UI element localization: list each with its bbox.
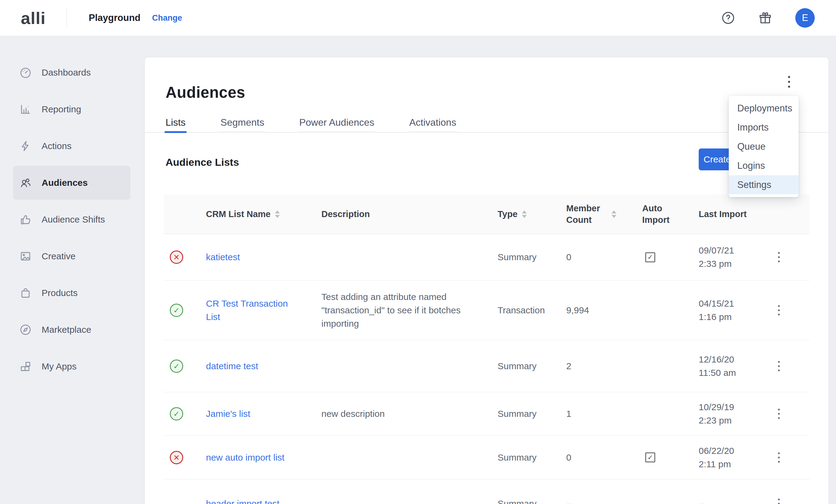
row-kebab-menu-button[interactable] [772, 405, 786, 422]
tab-segments[interactable]: Segments [221, 112, 264, 132]
tab-activations[interactable]: Activations [409, 112, 456, 132]
sidebar-item-audiences[interactable]: Audiences [13, 166, 130, 200]
tab-power-audiences[interactable]: Power Audiences [299, 112, 374, 132]
menu-item-imports[interactable]: Imports [729, 118, 799, 137]
success-status-icon: ✓ [170, 360, 183, 373]
bar-chart-icon [19, 103, 32, 116]
list-name-link[interactable]: katietest [206, 252, 240, 262]
list-name-link[interactable]: CR Test Transaction List [206, 298, 288, 322]
gift-icon[interactable] [758, 11, 772, 25]
column-header-member-count[interactable]: Member Count [566, 202, 642, 226]
list-name-link[interactable]: header import test [206, 499, 280, 504]
status-cell: ✓ [164, 304, 206, 317]
tab-lists[interactable]: Lists [166, 112, 186, 132]
error-status-icon: ✕ [170, 251, 183, 264]
last-import-cell: 06/22/202:11 pm [699, 444, 772, 471]
tab-bar: ListsSegmentsPower AudiencesActivations [145, 113, 829, 133]
sidebar-item-marketplace[interactable]: Marketplace [13, 313, 130, 347]
type-cell: Summary [498, 497, 566, 504]
success-status-icon: ✓ [170, 304, 183, 317]
change-workspace-link[interactable]: Change [152, 13, 182, 23]
menu-item-logins[interactable]: Logins [729, 156, 799, 175]
status-cell: ✕ [164, 451, 206, 464]
crm-list-name-cell: datetime test [206, 360, 321, 373]
member-count-cell: 9,994 [566, 304, 642, 317]
thumb-up-icon [19, 213, 32, 226]
crm-list-name-cell: new auto import list [206, 451, 321, 464]
sidebar-item-label: Reporting [42, 104, 81, 114]
row-actions-cell [772, 449, 796, 466]
row-kebab-menu-button[interactable] [772, 449, 786, 466]
workspace-name: Playground [89, 13, 141, 23]
sidebar-item-dashboards[interactable]: Dashboards [13, 56, 130, 90]
crm-list-name-cell: CR Test Transaction List [206, 297, 321, 324]
page-title: Audiences [166, 83, 245, 101]
last-import-cell: 09/07/212:33 pm [699, 244, 772, 271]
sort-arrows-icon[interactable] [275, 210, 280, 218]
auto-import-checkbox[interactable]: ✓ [645, 452, 655, 462]
status-cell: ✓ [164, 360, 206, 373]
menu-item-queue[interactable]: Queue [729, 137, 799, 156]
row-actions-cell [772, 405, 796, 422]
column-header-type[interactable]: Type [498, 208, 566, 220]
page-kebab-menu-button[interactable] [782, 73, 796, 90]
blocks-icon [19, 360, 32, 373]
bag-icon [19, 287, 32, 299]
row-kebab-menu-button[interactable] [772, 358, 786, 375]
sidebar-item-reporting[interactable]: Reporting [13, 92, 130, 126]
people-icon [19, 176, 32, 189]
sort-arrows-icon[interactable] [522, 210, 527, 218]
column-header-label: Auto Import [642, 202, 674, 226]
sidebar-item-products[interactable]: Products [13, 276, 130, 310]
row-kebab-menu-button[interactable] [772, 495, 786, 504]
menu-item-deployments[interactable]: Deployments [729, 99, 799, 118]
column-header-description: Description [321, 208, 498, 220]
list-name-link[interactable]: Jamie's list [206, 409, 250, 419]
column-header-last-import: Last Import [699, 208, 772, 220]
row-kebab-menu-button[interactable] [772, 249, 786, 266]
status-cell: ✓ [164, 407, 206, 421]
user-avatar[interactable]: E [795, 8, 815, 27]
sidebar-item-label: Dashboards [42, 67, 91, 78]
section-title: Audience Lists [166, 156, 239, 168]
table-row: ✕katietestSummary0✓09/07/212:33 pm [164, 234, 810, 280]
sidebar-item-my-apps[interactable]: My Apps [13, 349, 130, 384]
menu-item-settings[interactable]: Settings [729, 175, 799, 194]
sidebar-item-label: Products [42, 288, 77, 298]
sidebar-item-creative[interactable]: Creative [13, 239, 130, 273]
sidebar-item-label: Marketplace [42, 325, 91, 335]
table-row: ✓CR Test Transaction ListTest adding an … [164, 280, 810, 340]
page-kebab-dropdown: DeploymentsImportsQueueLoginsSettings [729, 96, 799, 197]
column-header-crm-list-name[interactable]: CRM List Name [206, 208, 321, 220]
type-cell: Summary [498, 360, 566, 373]
last-import-cell: -- [699, 497, 772, 504]
audience-lists-table: CRM List NameDescriptionTypeMember Count… [164, 194, 810, 504]
description-cell: Test adding an attribute named "transact… [321, 290, 498, 330]
member-count-cell: 0 [566, 451, 642, 464]
crm-list-name-cell: header import test [206, 497, 321, 504]
column-header-label: Member Count [566, 202, 607, 226]
auto-import-checkbox[interactable]: ✓ [645, 252, 655, 262]
type-cell: Summary [498, 251, 566, 264]
lightning-icon [19, 140, 32, 152]
description-cell: new description [321, 407, 498, 421]
audiences-panel: Audiences ListsSegmentsPower AudiencesAc… [145, 57, 829, 504]
row-kebab-menu-button[interactable] [772, 302, 786, 319]
gauge-icon [19, 66, 32, 79]
help-icon[interactable] [721, 11, 735, 25]
column-header-label: Last Import [699, 208, 747, 220]
sidebar: DashboardsReportingActionsAudiencesAudie… [0, 36, 145, 504]
list-name-link[interactable]: new auto import list [206, 452, 284, 462]
sidebar-item-audience-shifts[interactable]: Audience Shifts [13, 202, 130, 236]
sort-arrows-icon[interactable] [611, 210, 616, 218]
compass-icon [19, 323, 32, 336]
sidebar-item-label: Creative [42, 251, 76, 261]
topbar-divider [66, 8, 67, 27]
table-row: header import testSummary---- [164, 479, 810, 504]
sidebar-item-actions[interactable]: Actions [13, 129, 130, 163]
list-name-link[interactable]: datetime test [206, 361, 258, 371]
row-actions-cell [772, 495, 796, 504]
row-actions-cell [772, 302, 796, 319]
sidebar-item-label: Audiences [42, 178, 88, 188]
sidebar-item-label: Actions [42, 141, 71, 151]
